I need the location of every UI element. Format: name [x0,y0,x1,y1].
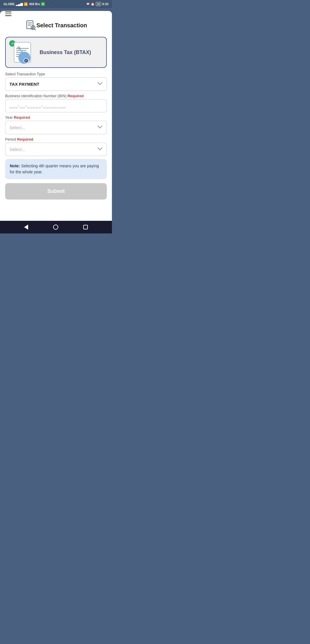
wifi-icon: 📶 [24,2,28,6]
transaction-type-label: Select Transaction Type [5,72,107,76]
bin-input[interactable] [5,99,107,112]
btax-label: Business Tax (BTAX) [40,49,102,55]
recent-icon [83,225,88,229]
time-label: 9:33 [102,2,108,6]
status-bar: GLOBE ▂▄▆ 📶 458 B/s R 📞 👁 ⏰ 26 9:33 [0,0,112,8]
transaction-type-select[interactable]: TAX PAYMENT [5,77,107,91]
alarm-icon: ⏰ [91,2,95,6]
header-icon [25,20,36,31]
hamburger-menu[interactable] [5,12,11,16]
status-left: GLOBE ▂▄▆ 📶 458 B/s R 📞 [3,2,50,6]
home-button[interactable] [51,223,60,231]
back-icon [24,225,28,230]
navigation-bar [0,221,112,233]
signal-icon: ▂▄▆ [16,2,23,6]
eye-icon: 👁 [86,2,90,6]
period-label: PeriodRequired [5,137,107,141]
modal-header: Select Transaction [5,17,107,33]
carrier-label: GLOBE [3,2,15,6]
period-field: PeriodRequired Select... 1st Quarter 2nd… [5,137,107,156]
modal-card: Select Transaction 🔧 Business Tax (BTAX) [0,11,112,221]
note-box: Note: Selecting 4th quarter means you ar… [5,159,107,179]
bin-label: Business Identification Number (BIN)Requ… [5,94,107,98]
btax-illustration: 🔧 [13,41,36,64]
submit-button[interactable]: Submit [5,183,107,200]
transaction-icon [25,20,36,31]
year-field: YearRequired Select... 2024 2023 2022 [5,115,107,134]
background-area: Select Transaction 🔧 Business Tax (BTAX) [0,8,112,221]
note-text: Selecting 4th quarter means you are payi… [10,164,99,174]
speed-label: 458 B/s [29,2,40,6]
transaction-type-field: Select Transaction Type TAX PAYMENT [5,72,107,91]
back-button[interactable] [22,223,30,231]
home-icon [53,225,58,230]
rank-icon: R [41,2,45,6]
period-select-wrapper: Select... 1st Quarter 2nd Quarter 3rd Qu… [5,143,107,156]
selected-transaction-card[interactable]: 🔧 Business Tax (BTAX) [5,37,107,68]
page-title: Select Transaction [36,22,87,29]
battery-indicator: 26 [96,2,101,6]
period-select[interactable]: Select... 1st Quarter 2nd Quarter 3rd Qu… [5,143,107,156]
transaction-form: Select Transaction Type TAX PAYMENT Busi… [5,72,107,200]
small-check-icon [24,58,29,63]
recent-button[interactable] [82,223,90,231]
svg-line-6 [34,29,35,30]
note-label: Note: [10,164,20,168]
phone-icon: 📞 [46,2,50,6]
year-label: YearRequired [5,115,107,120]
year-select-wrapper: Select... 2024 2023 2022 [5,121,107,134]
transaction-type-wrapper: TAX PAYMENT [5,77,107,91]
status-right: 👁 ⏰ 26 9:33 [86,2,108,6]
year-select[interactable]: Select... 2024 2023 2022 [5,121,107,134]
bin-field: Business Identification Number (BIN)Requ… [5,94,107,112]
